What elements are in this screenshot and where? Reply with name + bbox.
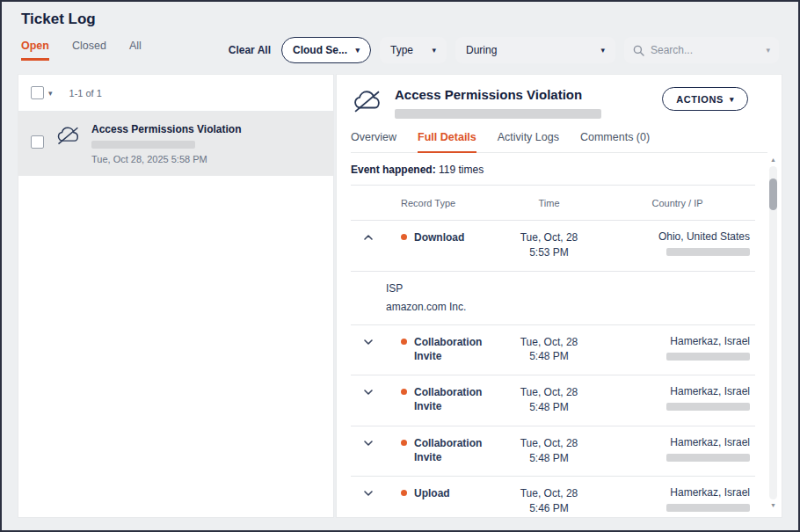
ticket-detail-panel: Access Permissions Violation ACTIONS ▾ O… xyxy=(336,74,782,518)
record-type-cell: Collaboration Invite xyxy=(386,335,498,363)
scrollbar-thumb[interactable] xyxy=(769,179,777,210)
detail-titles: Access Permissions Violation xyxy=(395,87,601,119)
cloud-service-filter[interactable]: Cloud Se... ▾ xyxy=(281,37,371,63)
severity-dot-icon xyxy=(401,440,407,446)
redacted-ip xyxy=(666,454,750,462)
redacted-ip xyxy=(666,403,750,411)
record-location-cell: Hamerkaz, Israel xyxy=(600,335,755,361)
tab-full-details[interactable]: Full Details xyxy=(418,131,476,153)
record-row[interactable]: Collaboration Invite Tue, Oct, 28 5:48 P… xyxy=(351,426,755,477)
record-type-header: Record Type xyxy=(386,198,498,208)
during-filter[interactable]: During ▾ xyxy=(455,37,615,63)
record-row[interactable]: Download Tue, Oct, 28 5:53 PM Ohio, Unit… xyxy=(351,221,755,272)
record-expanded-detail: ISP amazon.com Inc. xyxy=(351,272,755,325)
tab-activity-logs[interactable]: Activity Logs xyxy=(498,131,559,153)
scroll-down-icon[interactable]: ▼ xyxy=(770,501,776,510)
ticket-checkbox[interactable] xyxy=(31,135,44,149)
record-time-cell: Tue, Oct, 28 5:48 PM xyxy=(498,385,600,415)
record-time-cell: Tue, Oct, 28 5:53 PM xyxy=(498,230,600,260)
redacted-text xyxy=(91,141,195,149)
actions-button-label: ACTIONS xyxy=(676,94,724,105)
records-table: Record Type Time Country / IP Download T… xyxy=(351,185,755,518)
filter-bar: Clear All Cloud Se... ▾ Type ▾ During ▾ xyxy=(229,37,779,63)
clear-all-link[interactable]: Clear All xyxy=(229,44,271,56)
record-row[interactable]: Upload Tue, Oct, 28 5:46 PM Hamerkaz, Is… xyxy=(351,477,755,518)
record-type: Collaboration Invite xyxy=(414,385,495,413)
record-location: Hamerkaz, Israel xyxy=(600,335,750,347)
chevron-down-icon xyxy=(363,490,374,497)
tab-comments[interactable]: Comments (0) xyxy=(580,131,650,153)
record-location: Hamerkaz, Israel xyxy=(600,436,750,448)
severity-dot-icon xyxy=(401,490,407,496)
record-location: Hamerkaz, Israel xyxy=(600,486,750,499)
time-header: Time xyxy=(498,198,600,208)
chevron-down-icon: ▾ xyxy=(425,46,436,55)
page-title: Ticket Log xyxy=(21,11,779,28)
record-location-cell: Ohio, United States xyxy=(600,230,755,256)
select-menu-caret-icon[interactable]: ▾ xyxy=(48,89,53,98)
record-location-cell: Hamerkaz, Israel xyxy=(600,385,755,411)
search-icon xyxy=(633,45,644,56)
record-hour: 5:53 PM xyxy=(498,245,600,260)
isp-value: amazon.com Inc. xyxy=(386,301,755,313)
chevron-down-icon: ▾ xyxy=(730,95,734,104)
record-row[interactable]: Collaboration Invite Tue, Oct, 28 5:48 P… xyxy=(351,325,755,376)
tab-closed[interactable]: Closed xyxy=(72,40,106,61)
records-table-header: Record Type Time Country / IP xyxy=(351,186,755,221)
record-type-cell: Upload xyxy=(386,486,498,500)
chevron-down-icon[interactable]: ▾ xyxy=(766,46,770,55)
chevron-down-icon xyxy=(363,389,374,396)
record-location-cell: Hamerkaz, Israel xyxy=(600,436,755,462)
record-hour: 5:46 PM xyxy=(498,501,600,516)
select-all-checkbox[interactable] xyxy=(31,86,44,99)
record-hour: 5:48 PM xyxy=(498,451,600,466)
redacted-subtitle xyxy=(395,109,601,119)
event-happened-label: Event happened: xyxy=(351,164,436,176)
scrollbar-track[interactable] xyxy=(769,166,777,499)
record-time-cell: Tue, Oct, 28 5:46 PM xyxy=(498,486,600,516)
scroll-up-icon[interactable]: ▲ xyxy=(770,156,776,164)
cloud-service-filter-label: Cloud Se... xyxy=(293,44,347,56)
controls-row: Open Closed All Clear All Cloud Se... ▾ … xyxy=(21,37,779,63)
actions-button[interactable]: ACTIONS ▾ xyxy=(662,87,748,111)
severity-dot-icon xyxy=(401,389,407,395)
record-time-cell: Tue, Oct, 28 5:48 PM xyxy=(498,436,600,466)
scrollbar[interactable]: ▲ ▼ xyxy=(767,156,779,510)
ticket-list-panel: ▾ 1-1 of 1 Access Permissions Violation … xyxy=(18,74,334,518)
record-type-cell: Collaboration Invite xyxy=(386,436,498,464)
tab-open[interactable]: Open xyxy=(21,40,49,61)
ticket-log-window: Ticket Log Open Closed All Clear All Clo… xyxy=(0,0,800,532)
tab-overview[interactable]: Overview xyxy=(351,131,396,153)
detail-header: Access Permissions Violation ACTIONS ▾ xyxy=(351,87,767,119)
ticket-summary: Access Permissions Violation Tue, Oct 28… xyxy=(91,123,242,164)
record-type-cell: Collaboration Invite xyxy=(386,385,498,413)
ticket-list-item[interactable]: Access Permissions Violation Tue, Oct 28… xyxy=(18,112,333,176)
event-happened-value: 119 times xyxy=(439,164,484,176)
expand-row-button[interactable] xyxy=(351,486,386,497)
search-input[interactable] xyxy=(651,44,760,56)
record-time-cell: Tue, Oct, 28 5:48 PM xyxy=(498,335,600,365)
chevron-down-icon xyxy=(363,339,374,346)
cloud-app-icon xyxy=(351,89,382,117)
header: Ticket Log Open Closed All Clear All Clo… xyxy=(2,2,798,63)
expand-row-button[interactable] xyxy=(351,385,386,396)
tab-all[interactable]: All xyxy=(129,40,142,61)
ticket-title: Access Permissions Violation xyxy=(91,123,242,135)
record-type: Upload xyxy=(414,486,450,500)
chevron-down-icon xyxy=(363,440,374,447)
record-row[interactable]: Collaboration Invite Tue, Oct, 28 5:48 P… xyxy=(351,375,755,426)
redacted-ip xyxy=(666,504,750,512)
expand-row-button[interactable] xyxy=(351,436,386,447)
expand-row-button[interactable] xyxy=(351,335,386,346)
type-filter-label: Type xyxy=(390,44,413,56)
search-box[interactable]: ▾ xyxy=(624,37,779,63)
country-ip-header: Country / IP xyxy=(600,198,755,208)
result-range: 1-1 of 1 xyxy=(69,88,102,98)
collapse-row-button[interactable] xyxy=(351,230,386,241)
record-date: Tue, Oct, 28 xyxy=(498,230,600,245)
type-filter[interactable]: Type ▾ xyxy=(380,37,447,63)
detail-title: Access Permissions Violation xyxy=(395,87,601,102)
record-type: Download xyxy=(414,230,464,244)
detail-tabs: Overview Full Details Activity Logs Comm… xyxy=(351,131,767,153)
record-type: Collaboration Invite xyxy=(414,335,495,363)
